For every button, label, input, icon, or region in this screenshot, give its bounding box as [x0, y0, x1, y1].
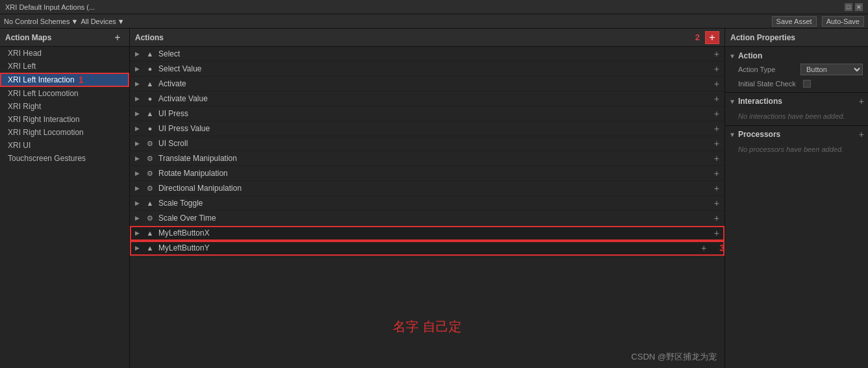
action-expand-icon[interactable]: ▶	[135, 245, 144, 251]
action-type-icon: ▲	[144, 227, 156, 239]
action-row[interactable]: ▶▲MyLeftButtonY+3	[130, 241, 725, 256]
initial-state-check-checkbox[interactable]	[803, 80, 811, 88]
action-add-binding-button[interactable]: +	[709, 108, 725, 119]
initial-state-check-label: Initial State Check	[738, 80, 803, 88]
action-type-icon: ⚙	[144, 182, 156, 194]
action-map-item[interactable]: XRI Right Interaction	[0, 113, 129, 126]
action-expand-icon[interactable]: ▶	[135, 215, 144, 221]
auto-save-button[interactable]: Auto-Save	[822, 16, 864, 27]
action-row[interactable]: ▶⚙Translate Manipulation+	[130, 151, 725, 166]
no-control-schemes-dropdown[interactable]: No Control Schemes ▼	[4, 18, 78, 25]
action-add-binding-button[interactable]: +	[709, 138, 725, 149]
action-properties-header: Action Properties	[725, 29, 868, 47]
toolbar: No Control Schemes ▼ All Devices ▼ Save …	[0, 14, 868, 29]
interactions-section-header[interactable]: ▼ Interactions +	[725, 94, 868, 108]
action-name-label: UI Scroll	[158, 139, 709, 148]
action-map-item[interactable]: XRI Left Locomotion	[0, 87, 129, 100]
action-add-binding-button[interactable]: +	[709, 79, 725, 89]
close-button[interactable]: ✕	[855, 3, 863, 11]
action-expand-icon[interactable]: ▶	[135, 80, 144, 87]
action-section-header[interactable]: ▼ Action	[725, 49, 868, 62]
action-row[interactable]: ▶⚙Scale Over Time+	[130, 211, 725, 226]
action-add-binding-button[interactable]: +	[709, 64, 725, 74]
add-action-map-button[interactable]: +	[111, 31, 124, 44]
action-properties-title: Action Properties	[730, 33, 795, 42]
action-expand-icon[interactable]: ▶	[135, 155, 144, 162]
action-add-binding-button[interactable]: +	[709, 49, 725, 59]
action-expand-icon[interactable]: ▶	[135, 66, 144, 72]
minimize-button[interactable]: □	[845, 3, 852, 11]
save-asset-button[interactable]: Save Asset	[772, 16, 817, 27]
initial-state-check-row: Initial State Check	[725, 77, 868, 91]
action-map-item[interactable]: XRI Left Interaction1	[0, 73, 129, 87]
action-add-binding-button[interactable]: +	[709, 183, 725, 193]
action-row[interactable]: ▶●Activate Value+	[130, 92, 725, 106]
title-bar-text: XRI Default Input Actions (...	[5, 3, 95, 11]
action-expand-icon[interactable]: ▶	[135, 95, 144, 102]
csdn-watermark: CSDN @野区捕龙为宠	[631, 351, 717, 363]
action-name-label: MyLeftButtonX	[158, 228, 709, 238]
action-map-item[interactable]: XRI Head	[0, 47, 129, 60]
processors-section-arrow: ▼	[729, 131, 736, 138]
action-row[interactable]: ▶●Select Value+	[130, 62, 725, 77]
title-bar-controls: □ ✕	[845, 3, 863, 11]
action-add-binding-button[interactable]: +	[709, 93, 725, 104]
actions-annotation-2: 2	[695, 32, 700, 42]
action-expand-icon[interactable]: ▶	[135, 140, 144, 147]
action-add-binding-button[interactable]: +	[696, 243, 712, 253]
action-add-binding-button[interactable]: +	[709, 213, 725, 223]
action-row[interactable]: ▶⚙Directional Manipulation+	[130, 181, 725, 196]
interactions-section-arrow: ▼	[729, 98, 736, 105]
action-add-binding-button[interactable]: +	[709, 168, 725, 178]
add-action-button[interactable]: +	[705, 31, 719, 44]
action-map-item[interactable]: XRI Right	[0, 100, 129, 113]
action-add-binding-button[interactable]: +	[709, 198, 725, 208]
action-type-icon: ▲	[144, 242, 156, 254]
action-add-binding-button[interactable]: +	[709, 228, 725, 238]
divider-1	[725, 92, 868, 93]
action-add-binding-button[interactable]: +	[709, 123, 725, 134]
action-maps-list: XRI HeadXRI LeftXRI Left Interaction1XRI…	[0, 47, 129, 368]
action-type-label: Action Type	[738, 66, 800, 73]
action-row[interactable]: ▶▲UI Press+	[130, 106, 725, 121]
action-map-item-label: XRI Right Interaction	[8, 115, 80, 124]
action-expand-icon[interactable]: ▶	[135, 125, 144, 132]
add-interaction-button[interactable]: +	[859, 96, 864, 106]
actions-list: ▶▲Select+▶●Select Value+▶▲Activate+▶●Act…	[130, 47, 725, 305]
action-expand-icon[interactable]: ▶	[135, 230, 144, 236]
action-row[interactable]: ▶▲MyLeftButtonX+	[130, 226, 725, 241]
no-control-schemes-label: No Control Schemes	[4, 18, 70, 25]
action-map-item[interactable]: XRI Left	[0, 60, 129, 73]
action-row[interactable]: ▶⚙Rotate Manipulation+	[130, 166, 725, 181]
processors-section-header[interactable]: ▼ Processors +	[725, 127, 868, 141]
action-expand-icon[interactable]: ▶	[135, 110, 144, 117]
action-name-label: Activate	[158, 79, 709, 88]
action-row[interactable]: ▶▲Select+	[130, 47, 725, 62]
action-map-item-label: XRI Right Locomotion	[8, 128, 84, 137]
action-expand-icon[interactable]: ▶	[135, 200, 144, 206]
action-map-item[interactable]: XRI UI	[0, 139, 129, 152]
action-map-item-label: XRI Left Locomotion	[8, 89, 79, 98]
main-layout: Action Maps + XRI HeadXRI LeftXRI Left I…	[0, 29, 868, 368]
all-devices-label: All Devices	[81, 18, 116, 25]
action-expand-icon[interactable]: ▶	[135, 185, 144, 191]
action-row[interactable]: ▶▲Scale Toggle+	[130, 196, 725, 211]
action-row[interactable]: ▶▲Activate+	[130, 77, 725, 92]
actions-header: Actions 2 +	[130, 29, 725, 47]
action-map-item[interactable]: XRI Right Locomotion	[0, 126, 129, 139]
all-devices-dropdown[interactable]: All Devices ▼	[81, 18, 124, 25]
action-expand-icon[interactable]: ▶	[135, 51, 144, 57]
no-control-schemes-arrow: ▼	[71, 18, 79, 25]
action-type-icon: ▲	[144, 108, 156, 119]
action-row[interactable]: ▶⚙UI Scroll+	[130, 136, 725, 151]
action-type-icon: ⚙	[144, 138, 156, 149]
action-name-label: UI Press	[158, 109, 709, 118]
action-expand-icon[interactable]: ▶	[135, 170, 144, 177]
add-processor-button[interactable]: +	[859, 129, 864, 140]
action-type-icon: ⚙	[144, 167, 156, 179]
action-map-item[interactable]: Touchscreen Gestures	[0, 152, 129, 165]
action-row[interactable]: ▶●UI Press Value+	[130, 121, 725, 136]
action-add-binding-button[interactable]: +	[709, 153, 725, 164]
action-name-label: Directional Manipulation	[158, 184, 709, 193]
action-type-dropdown[interactable]: Button Value PassThrough	[800, 64, 863, 75]
